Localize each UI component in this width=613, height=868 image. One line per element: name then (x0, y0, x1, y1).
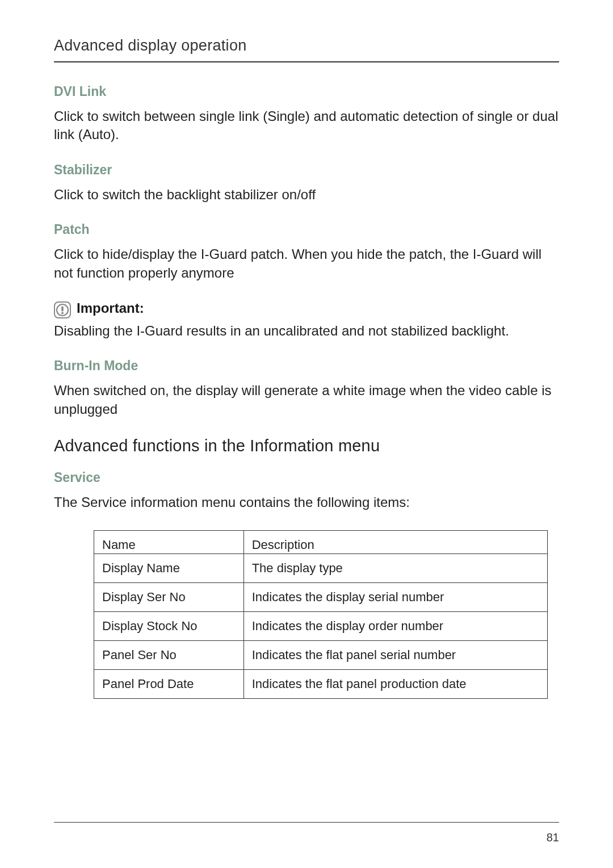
table-row: Display Ser No Indicates the display ser… (94, 582, 548, 611)
header-divider (54, 61, 559, 62)
info-menu-title: Advanced functions in the Information me… (54, 437, 559, 455)
page-header-title: Advanced display operation (54, 37, 559, 54)
table-row: Panel Prod Date Indicates the flat panel… (94, 669, 548, 698)
table-header-row: Name Description (94, 530, 548, 553)
burn-in-heading: Burn-In Mode (54, 358, 559, 374)
service-body: The Service information menu contains th… (54, 493, 559, 511)
table-cell-description: Indicates the display order number (243, 611, 547, 640)
table-row: Panel Ser No Indicates the flat panel se… (94, 640, 548, 669)
table-cell-description: Indicates the flat panel production date (243, 669, 547, 698)
table-cell-description: The display type (243, 553, 547, 582)
footer-divider (54, 822, 559, 823)
table-cell-name: Panel Prod Date (94, 669, 244, 698)
svg-rect-2 (61, 306, 64, 311)
table-header-description: Description (243, 530, 547, 553)
patch-heading: Patch (54, 222, 559, 237)
important-callout: Important: (54, 300, 559, 318)
svg-point-3 (61, 312, 64, 314)
table-cell-name: Display Ser No (94, 582, 244, 611)
table-cell-description: Indicates the flat panel serial number (243, 640, 547, 669)
stabilizer-body: Click to switch the backlight stabilizer… (54, 186, 559, 204)
table-cell-description: Indicates the display serial number (243, 582, 547, 611)
important-icon (54, 301, 71, 318)
table-cell-name: Display Stock No (94, 611, 244, 640)
page-number: 81 (547, 831, 559, 844)
stabilizer-heading: Stabilizer (54, 162, 559, 178)
patch-body: Click to hide/display the I-Guard patch.… (54, 245, 559, 282)
table-row: Display Name The display type (94, 553, 548, 582)
table-cell-name: Panel Ser No (94, 640, 244, 669)
table-header-name: Name (94, 530, 244, 553)
important-label: Important: (77, 300, 144, 316)
important-body: Disabling the I-Guard results in an unca… (54, 322, 559, 340)
service-table-wrap: Name Description Display Name The displa… (54, 530, 559, 699)
service-table: Name Description Display Name The displa… (94, 530, 548, 699)
service-heading: Service (54, 470, 559, 485)
table-row: Display Stock No Indicates the display o… (94, 611, 548, 640)
table-cell-name: Display Name (94, 553, 244, 582)
dvi-link-heading: DVI Link (54, 84, 559, 99)
dvi-link-body: Click to switch between single link (Sin… (54, 107, 559, 144)
burn-in-body: When switched on, the display will gener… (54, 381, 559, 418)
